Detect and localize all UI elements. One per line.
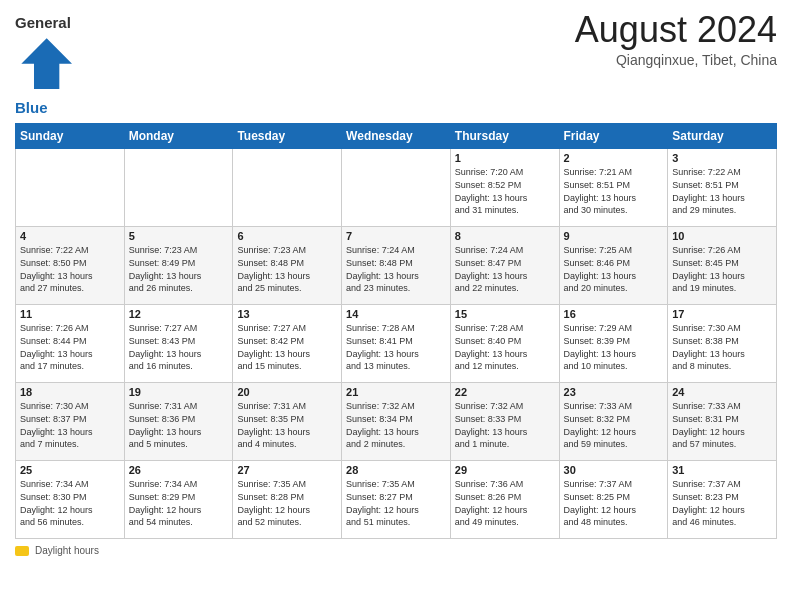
day-number: 20: [237, 386, 337, 398]
day-detail: Sunrise: 7:24 AMSunset: 8:47 PMDaylight:…: [455, 244, 555, 294]
day-number: 18: [20, 386, 120, 398]
table-cell: [233, 149, 342, 227]
day-number: 16: [564, 308, 664, 320]
day-detail: Sunrise: 7:35 AMSunset: 8:28 PMDaylight:…: [237, 478, 337, 528]
week-row-5: 25Sunrise: 7:34 AMSunset: 8:30 PMDayligh…: [16, 461, 777, 539]
day-number: 17: [672, 308, 772, 320]
day-number: 24: [672, 386, 772, 398]
day-detail: Sunrise: 7:36 AMSunset: 8:26 PMDaylight:…: [455, 478, 555, 528]
table-cell: [342, 149, 451, 227]
col-monday: Monday: [124, 124, 233, 149]
table-cell: 10Sunrise: 7:26 AMSunset: 8:45 PMDayligh…: [668, 227, 777, 305]
day-detail: Sunrise: 7:32 AMSunset: 8:34 PMDaylight:…: [346, 400, 446, 450]
day-number: 5: [129, 230, 229, 242]
day-detail: Sunrise: 7:37 AMSunset: 8:23 PMDaylight:…: [672, 478, 772, 528]
footer-legend: Daylight hours: [15, 545, 777, 556]
day-detail: Sunrise: 7:20 AMSunset: 8:52 PMDaylight:…: [455, 166, 555, 216]
day-detail: Sunrise: 7:24 AMSunset: 8:48 PMDaylight:…: [346, 244, 446, 294]
day-number: 21: [346, 386, 446, 398]
day-detail: Sunrise: 7:22 AMSunset: 8:50 PMDaylight:…: [20, 244, 120, 294]
table-cell: 14Sunrise: 7:28 AMSunset: 8:41 PMDayligh…: [342, 305, 451, 383]
calendar-table: Sunday Monday Tuesday Wednesday Thursday…: [15, 123, 777, 539]
day-number: 1: [455, 152, 555, 164]
day-number: 26: [129, 464, 229, 476]
table-cell: 2Sunrise: 7:21 AMSunset: 8:51 PMDaylight…: [559, 149, 668, 227]
day-detail: Sunrise: 7:27 AMSunset: 8:43 PMDaylight:…: [129, 322, 229, 372]
table-cell: 6Sunrise: 7:23 AMSunset: 8:48 PMDaylight…: [233, 227, 342, 305]
table-cell: 4Sunrise: 7:22 AMSunset: 8:50 PMDaylight…: [16, 227, 125, 305]
table-cell: [124, 149, 233, 227]
day-detail: Sunrise: 7:25 AMSunset: 8:46 PMDaylight:…: [564, 244, 664, 294]
day-number: 19: [129, 386, 229, 398]
day-detail: Sunrise: 7:32 AMSunset: 8:33 PMDaylight:…: [455, 400, 555, 450]
day-detail: Sunrise: 7:33 AMSunset: 8:31 PMDaylight:…: [672, 400, 772, 450]
week-row-1: 1Sunrise: 7:20 AMSunset: 8:52 PMDaylight…: [16, 149, 777, 227]
table-cell: 26Sunrise: 7:34 AMSunset: 8:29 PMDayligh…: [124, 461, 233, 539]
table-cell: 13Sunrise: 7:27 AMSunset: 8:42 PMDayligh…: [233, 305, 342, 383]
day-number: 13: [237, 308, 337, 320]
day-number: 6: [237, 230, 337, 242]
calendar-header-row: Sunday Monday Tuesday Wednesday Thursday…: [16, 124, 777, 149]
day-detail: Sunrise: 7:29 AMSunset: 8:39 PMDaylight:…: [564, 322, 664, 372]
col-wednesday: Wednesday: [342, 124, 451, 149]
day-number: 25: [20, 464, 120, 476]
calendar-page: General Blue August 2024 Qiangqinxue, Ti…: [0, 0, 792, 612]
table-cell: 12Sunrise: 7:27 AMSunset: 8:43 PMDayligh…: [124, 305, 233, 383]
logo: General Blue: [15, 14, 78, 117]
table-cell: 18Sunrise: 7:30 AMSunset: 8:37 PMDayligh…: [16, 383, 125, 461]
week-row-2: 4Sunrise: 7:22 AMSunset: 8:50 PMDaylight…: [16, 227, 777, 305]
header: General Blue August 2024 Qiangqinxue, Ti…: [15, 10, 777, 117]
day-number: 15: [455, 308, 555, 320]
day-detail: Sunrise: 7:26 AMSunset: 8:44 PMDaylight:…: [20, 322, 120, 372]
table-cell: 20Sunrise: 7:31 AMSunset: 8:35 PMDayligh…: [233, 383, 342, 461]
day-number: 27: [237, 464, 337, 476]
table-cell: 7Sunrise: 7:24 AMSunset: 8:48 PMDaylight…: [342, 227, 451, 305]
col-saturday: Saturday: [668, 124, 777, 149]
day-number: 7: [346, 230, 446, 242]
day-number: 10: [672, 230, 772, 242]
table-cell: 30Sunrise: 7:37 AMSunset: 8:25 PMDayligh…: [559, 461, 668, 539]
table-cell: 31Sunrise: 7:37 AMSunset: 8:23 PMDayligh…: [668, 461, 777, 539]
col-tuesday: Tuesday: [233, 124, 342, 149]
day-number: 8: [455, 230, 555, 242]
col-friday: Friday: [559, 124, 668, 149]
week-row-4: 18Sunrise: 7:30 AMSunset: 8:37 PMDayligh…: [16, 383, 777, 461]
day-number: 4: [20, 230, 120, 242]
week-row-3: 11Sunrise: 7:26 AMSunset: 8:44 PMDayligh…: [16, 305, 777, 383]
day-number: 29: [455, 464, 555, 476]
title-block: August 2024 Qiangqinxue, Tibet, China: [575, 10, 777, 68]
location-subtitle: Qiangqinxue, Tibet, China: [575, 52, 777, 68]
day-number: 3: [672, 152, 772, 164]
table-cell: 8Sunrise: 7:24 AMSunset: 8:47 PMDaylight…: [450, 227, 559, 305]
day-detail: Sunrise: 7:35 AMSunset: 8:27 PMDaylight:…: [346, 478, 446, 528]
table-cell: 25Sunrise: 7:34 AMSunset: 8:30 PMDayligh…: [16, 461, 125, 539]
table-cell: 23Sunrise: 7:33 AMSunset: 8:32 PMDayligh…: [559, 383, 668, 461]
table-cell: 9Sunrise: 7:25 AMSunset: 8:46 PMDaylight…: [559, 227, 668, 305]
table-cell: 28Sunrise: 7:35 AMSunset: 8:27 PMDayligh…: [342, 461, 451, 539]
day-detail: Sunrise: 7:28 AMSunset: 8:40 PMDaylight:…: [455, 322, 555, 372]
day-detail: Sunrise: 7:30 AMSunset: 8:38 PMDaylight:…: [672, 322, 772, 372]
table-cell: 19Sunrise: 7:31 AMSunset: 8:36 PMDayligh…: [124, 383, 233, 461]
col-thursday: Thursday: [450, 124, 559, 149]
day-detail: Sunrise: 7:30 AMSunset: 8:37 PMDaylight:…: [20, 400, 120, 450]
table-cell: 11Sunrise: 7:26 AMSunset: 8:44 PMDayligh…: [16, 305, 125, 383]
day-number: 2: [564, 152, 664, 164]
day-detail: Sunrise: 7:31 AMSunset: 8:35 PMDaylight:…: [237, 400, 337, 450]
table-cell: 5Sunrise: 7:23 AMSunset: 8:49 PMDaylight…: [124, 227, 233, 305]
footer: Daylight hours: [15, 545, 777, 556]
day-number: 12: [129, 308, 229, 320]
day-number: 22: [455, 386, 555, 398]
table-cell: 22Sunrise: 7:32 AMSunset: 8:33 PMDayligh…: [450, 383, 559, 461]
logo-icon: [15, 81, 78, 98]
day-detail: Sunrise: 7:37 AMSunset: 8:25 PMDaylight:…: [564, 478, 664, 528]
day-detail: Sunrise: 7:33 AMSunset: 8:32 PMDaylight:…: [564, 400, 664, 450]
legend-label: Daylight hours: [35, 545, 99, 556]
day-number: 9: [564, 230, 664, 242]
day-detail: Sunrise: 7:21 AMSunset: 8:51 PMDaylight:…: [564, 166, 664, 216]
svg-marker-0: [21, 38, 72, 89]
logo-general-text: General: [15, 14, 71, 31]
month-year-title: August 2024: [575, 10, 777, 50]
day-number: 14: [346, 308, 446, 320]
table-cell: 1Sunrise: 7:20 AMSunset: 8:52 PMDaylight…: [450, 149, 559, 227]
day-number: 30: [564, 464, 664, 476]
